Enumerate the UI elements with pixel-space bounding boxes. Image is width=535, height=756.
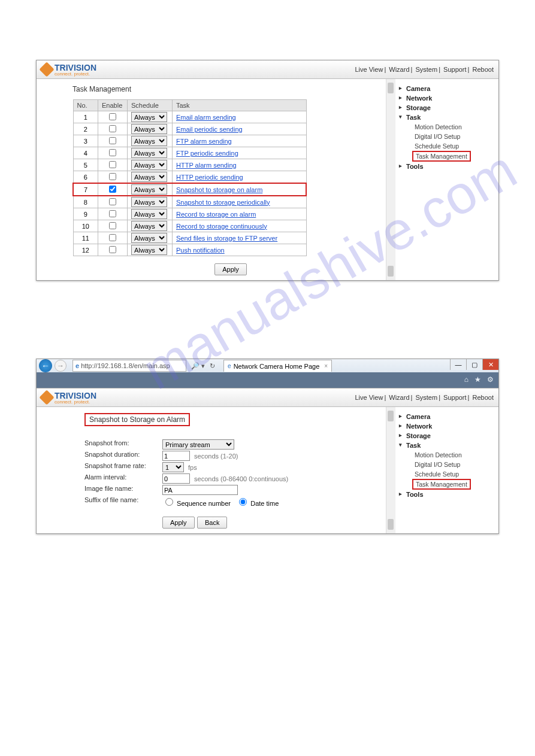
nav-system[interactable]: System (415, 66, 437, 73)
sidebar-sub-motion-detection[interactable]: Motion Detection (398, 122, 494, 132)
enable-checkbox[interactable] (109, 137, 116, 144)
nav-liveview[interactable]: Live View (355, 66, 383, 73)
ie-gear-icon[interactable]: ⚙ (487, 375, 494, 384)
win-close[interactable]: ✕ (482, 359, 498, 370)
cell-no: 6 (73, 171, 98, 184)
enable-checkbox[interactable] (109, 234, 116, 241)
sidebar-sub-schedule-setup[interactable]: Schedule Setup (398, 141, 494, 151)
ie-tab-close[interactable]: × (324, 363, 328, 369)
ie-forward-button[interactable]: → (55, 360, 67, 372)
task-link[interactable]: Email alarm sending (176, 114, 236, 121)
sidebar-sub-schedule-setup[interactable]: Schedule Setup (398, 469, 494, 479)
schedule-select[interactable]: Always (131, 221, 167, 231)
task-link[interactable]: Snapshot to storage on alarm (176, 186, 262, 193)
main-content: Task Management No. Enable Schedule Task… (37, 79, 395, 280)
task-link[interactable]: Push notification (176, 247, 225, 254)
sidebar-sub-digital-i-o-setup[interactable]: Digital I/O Setup (398, 460, 494, 469)
schedule-select[interactable]: Always (131, 136, 167, 146)
nav-wizard[interactable]: Wizard (389, 66, 409, 73)
schedule-select[interactable]: Always (131, 197, 167, 207)
schedule-select[interactable]: Always (131, 184, 167, 195)
col-schedule: Schedule (128, 100, 173, 111)
page-title: Task Management (72, 85, 389, 93)
col-enable: Enable (98, 100, 128, 111)
input-imgname[interactable] (162, 485, 238, 495)
schedule-select[interactable]: Always (131, 112, 167, 122)
logo-icon (39, 62, 54, 77)
task-link[interactable]: HTTP periodic sending (176, 174, 243, 181)
nav-system-2[interactable]: System (415, 394, 437, 401)
schedule-select[interactable]: Always (131, 160, 167, 170)
win-min[interactable]: — (450, 359, 466, 370)
task-link[interactable]: Snapshot to storage periodically (176, 199, 270, 206)
task-link[interactable]: FTP alarm sending (176, 138, 232, 145)
ie-tab[interactable]: e Network Camera Home Page × (223, 360, 332, 372)
task-link[interactable]: Record to storage continuously (176, 223, 267, 230)
sidebar-item-task[interactable]: Task (398, 441, 494, 450)
nav-reboot-2[interactable]: Reboot (473, 394, 494, 401)
sidebar-item-camera[interactable]: Camera (398, 412, 494, 421)
task-link[interactable]: Email periodic sending (176, 126, 243, 133)
schedule-select[interactable]: Always (131, 148, 167, 158)
schedule-select[interactable]: Always (131, 233, 167, 243)
radio-seq[interactable] (165, 498, 173, 506)
task-link[interactable]: HTTP alarm sending (176, 162, 237, 169)
enable-checkbox[interactable] (109, 113, 116, 120)
enable-checkbox[interactable] (109, 210, 116, 217)
enable-checkbox[interactable] (109, 186, 116, 193)
schedule-select[interactable]: Always (131, 124, 167, 134)
sidebar-item-task[interactable]: Task (398, 113, 494, 122)
schedule-select[interactable]: Always (131, 172, 167, 182)
enable-checkbox[interactable] (109, 198, 116, 205)
ie-back-button[interactable]: ← (39, 359, 52, 372)
nav-liveview-2[interactable]: Live View (355, 394, 383, 401)
apply-button[interactable]: Apply (214, 263, 247, 275)
enable-checkbox[interactable] (109, 246, 116, 253)
ie-search-dropdown[interactable]: 🔎 ▾ (191, 362, 205, 370)
input-interval[interactable] (162, 473, 190, 484)
ie-home-icon[interactable]: ⌂ (464, 375, 468, 384)
logo: TRIVISION connect. protect. (41, 63, 96, 77)
sidebar-2: CameraNetworkStorageTaskMotion Detection… (395, 407, 498, 533)
cell-no: 12 (73, 244, 98, 256)
sidebar-item-storage[interactable]: Storage (398, 431, 494, 441)
sidebar-item-camera[interactable]: Camera (398, 84, 494, 93)
schedule-select[interactable]: Always (131, 209, 167, 219)
nav-wizard-2[interactable]: Wizard (389, 394, 409, 401)
enable-checkbox[interactable] (109, 222, 116, 229)
task-link[interactable]: Send files in storage to FTP server (176, 235, 277, 242)
back-button[interactable]: Back (197, 517, 227, 529)
enable-checkbox[interactable] (109, 173, 116, 180)
sidebar-sub-task-management[interactable]: Task Management (412, 479, 471, 490)
select-snapshot-from[interactable]: Primary stream (162, 439, 234, 450)
schedule-select[interactable]: Always (131, 245, 167, 255)
enable-checkbox[interactable] (109, 149, 116, 156)
sidebar-item-network[interactable]: Network (398, 421, 494, 431)
cell-no: 2 (73, 123, 98, 135)
ie-address-bar[interactable]: e http://192.168.1.8/en/main.asp (72, 360, 186, 372)
task-link[interactable]: Record to storage on alarm (176, 211, 256, 218)
enable-checkbox[interactable] (109, 161, 116, 168)
task-link[interactable]: FTP periodic sending (176, 150, 238, 157)
scrollbar[interactable] (386, 79, 395, 280)
apply-button-2[interactable]: Apply (162, 517, 195, 529)
sidebar-sub-motion-detection[interactable]: Motion Detection (398, 450, 494, 460)
scrollbar-2[interactable] (386, 407, 395, 533)
radio-dt[interactable] (239, 498, 247, 506)
sidebar-item-tools[interactable]: Tools (398, 490, 494, 499)
table-row: 7AlwaysSnapshot to storage on alarm (73, 183, 306, 196)
win-max[interactable]: ▢ (466, 359, 482, 370)
enable-checkbox[interactable] (109, 125, 116, 132)
nav-support-2[interactable]: Support (443, 394, 467, 401)
select-rate[interactable]: 1 (162, 462, 184, 472)
ie-refresh[interactable]: ↻ (210, 362, 215, 370)
sidebar-sub-task-management[interactable]: Task Management (412, 151, 471, 162)
sidebar-item-tools[interactable]: Tools (398, 162, 494, 171)
sidebar-item-network[interactable]: Network (398, 93, 494, 103)
input-duration[interactable] (162, 451, 190, 461)
sidebar-sub-digital-i-o-setup[interactable]: Digital I/O Setup (398, 132, 494, 141)
ie-star-icon[interactable]: ★ (474, 375, 481, 384)
nav-reboot[interactable]: Reboot (473, 66, 494, 73)
nav-support[interactable]: Support (443, 66, 467, 73)
sidebar-item-storage[interactable]: Storage (398, 103, 494, 113)
